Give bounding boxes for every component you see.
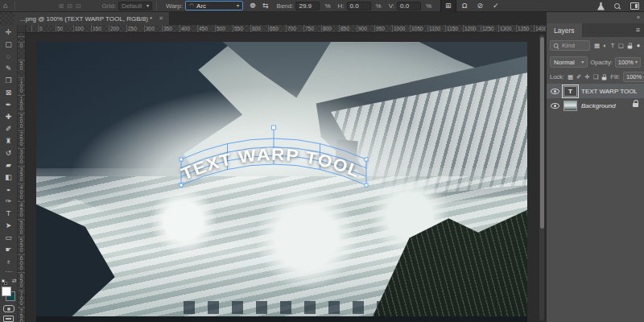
lock-pixels-icon[interactable]: ✐ [576,73,581,80]
split-warp-vertical-icon[interactable]: ⊡ [76,2,81,10]
foreground-color-swatch[interactable] [2,287,11,296]
type-tool[interactable]: T [0,208,18,220]
lock-artboard-icon[interactable]: ❏ [593,73,599,80]
close-tab-icon[interactable]: ✕ [159,15,163,22]
fill-input[interactable]: 100% ▾ [623,72,644,82]
edit-toolbar-icon[interactable]: ⋯ [0,268,18,277]
eyedropper-tool[interactable]: ✒ [0,99,18,111]
workspace-switcher-icon[interactable] [630,2,639,10]
layer-row-text-warp-tool[interactable]: T TEXT WARP TOOL [547,84,644,98]
filter-toggle-icon[interactable]: ● [637,42,641,50]
grid-dropdown[interactable]: Default ▾ [118,2,152,10]
lock-all-icon[interactable] [602,77,607,80]
dodge-tool[interactable]: ◒ [0,184,18,196]
horizontal-ruler[interactable]: 0501001502002503003504004505005506006507… [26,25,546,33]
image-layer-thumbnail[interactable] [564,101,577,111]
marquee-tool[interactable]: ▢ [0,39,18,51]
pixel-layer-filter-icon[interactable]: ▦ [594,42,600,50]
h-input[interactable]: 0.0 [347,2,371,10]
home-icon[interactable]: ⌂ [0,0,10,12]
default-colors-icon[interactable] [2,279,7,285]
quick-mask-mode-icon[interactable] [3,305,14,312]
lock-position-icon[interactable]: ✛ [584,73,589,80]
v-ruler-label: 650 [19,273,24,287]
cancel-transform-icon[interactable]: ⊘ [473,0,487,12]
warp-text-overlay[interactable]: TEXT WARP TOOL [180,121,368,195]
layer-name[interactable]: Background [581,102,616,109]
bend-input[interactable]: 29.9 [295,2,320,10]
type-layer-filter-icon[interactable]: T [611,42,615,50]
fill-value: 100% [626,73,642,80]
shape-layer-filter-icon[interactable]: ▢ [618,42,624,50]
move-tool[interactable]: ✛ [0,27,18,39]
h-ruler-label: 0 [39,26,43,31]
object-selection-tool[interactable]: ✎ [0,63,18,75]
panel-menu-icon[interactable]: ≡ [636,26,640,34]
collapse-panels-icon[interactable]: « [637,14,640,20]
zoom-tool[interactable]: ♁ [0,256,18,268]
lock-label: Lock: [550,73,564,80]
h-value: 0.0 [350,2,359,10]
canvas-image[interactable]: TEXT WARP TOOL [36,42,527,322]
hand-tool[interactable]: ☛ [0,244,18,256]
v-ruler-label: 550 [19,237,24,252]
layer-visibility-eye-icon[interactable] [551,103,559,109]
h-ruler-label: 800 [323,26,332,31]
pen-tool[interactable]: ✑ [0,196,18,208]
ruler-origin-corner[interactable] [18,25,26,33]
grid-value: Default [122,2,142,10]
clone-stamp-tool[interactable]: ♜ [0,135,18,147]
healing-brush-tool[interactable]: ✚ [0,111,18,123]
screen-mode-icon[interactable] [3,316,14,322]
crop-tool[interactable]: ❐ [0,75,18,87]
eraser-tool[interactable]: ▰ [0,159,18,171]
v-unit: % [426,2,431,10]
smart-object-filter-icon[interactable] [628,46,633,49]
type-layer-thumbnail[interactable]: T [564,86,577,97]
v-input[interactable]: 0.0 [397,2,421,10]
lock-transparency-icon[interactable]: ▦ [568,73,573,80]
layer-filter-icons: ▦◐T▢● [594,42,640,50]
h-ruler-label: 950 [376,26,385,31]
warp-options-gear-icon[interactable]: ☸ [246,0,259,12]
h-ruler-label: 850 [341,26,349,31]
layer-search-input[interactable]: Kind [550,40,590,51]
layer-name[interactable]: TEXT WARP TOOL [581,88,638,95]
beta-features-flask-icon[interactable] [597,2,605,10]
gradient-tool[interactable]: ◧ [0,171,18,184]
blend-mode-dropdown[interactable]: Normal ▾ [550,56,588,68]
opacity-input[interactable]: 100% ▾ [615,57,641,68]
layer-row-background[interactable]: Background [547,98,644,113]
arc-icon: ◠ [189,2,194,9]
color-swatches: ⇄ [0,279,18,302]
scrollbar-thumb[interactable] [540,37,544,229]
shape-tool[interactable]: ▭ [0,232,18,244]
h-ruler-label: 1150 [447,26,458,31]
warp-mode-toggle-icon[interactable]: ⊞ [440,0,456,13]
path-selection-tool[interactable]: ➤ [0,220,18,232]
warp-style-dropdown[interactable]: ◠ Arc ▾ [185,1,243,10]
split-warp-crosswise-icon[interactable]: ⊞ [58,2,64,10]
commit-transform-icon[interactable]: ✓ [489,0,503,12]
vertical-scrollbar[interactable] [539,35,544,320]
tab-layers[interactable]: Layers [547,23,582,37]
vertical-ruler[interactable]: 0501001502002503003504004505005506006507… [18,33,26,322]
layer-locked-icon [633,103,638,107]
search-icon[interactable] [614,3,621,10]
warp-orientation-icon[interactable]: ⇆ [259,0,272,12]
history-brush-tool[interactable]: ↺ [0,147,18,159]
split-warp-horizontal-icon[interactable]: ⊟ [67,2,72,10]
frame-tool[interactable]: ⊠ [0,87,18,99]
document-tab[interactable]: ...png @ 100% (TEXT WARP TOOL, RGB/8) * … [14,12,170,25]
bend-value: 29.9 [299,2,312,10]
layer-visibility-eye-icon[interactable] [551,89,559,94]
reset-transform-icon[interactable]: Ω [458,0,472,12]
divider [14,2,15,10]
h-ruler-label: 1400 [535,26,546,31]
lasso-tool[interactable]: ◌ [0,51,18,63]
opacity-label: Opacity: [590,59,613,66]
brush-tool[interactable]: ✐ [0,123,18,135]
adjustment-layer-filter-icon[interactable]: ◐ [604,42,608,50]
warp-style-value: Arc [196,2,206,10]
swap-colors-icon[interactable]: ⇄ [12,278,17,284]
